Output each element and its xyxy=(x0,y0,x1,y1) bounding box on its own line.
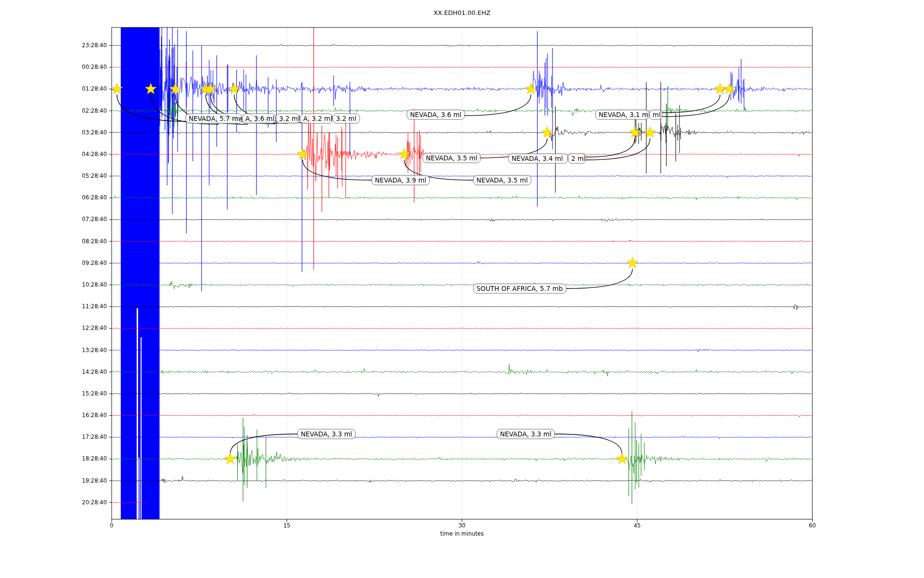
y-tick-label: 20:28:40 xyxy=(0,499,107,506)
event-star-marker xyxy=(169,83,181,94)
y-tick-label: 00:28:40 xyxy=(0,64,107,71)
annotation-connector-line xyxy=(303,160,372,180)
event-star-marker xyxy=(398,148,410,159)
event-star-marker xyxy=(541,127,553,138)
annotation-connector-line xyxy=(117,94,188,121)
y-tick-label: 02:28:40 xyxy=(0,107,107,115)
event-label-nevada-57-cluster: A, 3.6 ml xyxy=(242,114,276,124)
annotation-connector-line xyxy=(566,269,632,289)
y-tick-label: 06:28:40 xyxy=(0,194,107,201)
event-star-marker xyxy=(111,83,123,94)
y-tick-label: 18:28:40 xyxy=(0,455,107,462)
event-star-marker xyxy=(616,453,628,464)
annotation-connector-line xyxy=(662,94,720,113)
event-label-nevada-35a: NEVADA, 3.5 ml xyxy=(423,153,481,163)
annotation-connector-line xyxy=(230,434,297,454)
y-tick-label: 15:28:40 xyxy=(0,390,107,397)
event-star-marker xyxy=(644,127,656,138)
y-tick-label: 04:28:40 xyxy=(0,151,107,158)
y-tick-label: 13:28:40 xyxy=(0,347,107,354)
chart-title: XX.EDH01.00.EHZ xyxy=(0,9,924,16)
y-tick-label: 08:28:40 xyxy=(0,238,107,245)
event-label-nevada-57-cluster: NEVADA, 5.7 mw xyxy=(185,114,242,124)
event-label-nevada-57-cluster: 3.2 ml xyxy=(276,114,300,124)
event-label-nevada-34-cluster: NEVADA, 3.4 ml xyxy=(508,154,568,164)
event-label-nevada-33b: NEVADA, 3.3 ml xyxy=(497,429,555,439)
y-tick-label: 09:28:40 xyxy=(0,260,107,267)
y-tick-label: 01:28:40 xyxy=(0,85,107,92)
y-tick-label: 03:28:40 xyxy=(0,129,107,136)
event-star-marker xyxy=(629,127,641,138)
event-label-nevada-34-cluster: 2 ml xyxy=(568,154,586,164)
annotation-connector-line xyxy=(586,138,635,157)
x-tick-label: 60 xyxy=(809,522,816,529)
event-label-nevada-31-cluster: NEVADA, 3.1 ml xyxy=(595,110,649,120)
y-tick-label: 19:28:40 xyxy=(0,477,107,485)
event-star-marker xyxy=(714,83,726,94)
event-star-marker xyxy=(145,83,156,94)
y-tick-label: 17:28:40 xyxy=(0,434,107,441)
y-tick-label: 16:28:40 xyxy=(0,412,107,419)
event-label-nevada-57-cluster: A, 3.2 ml xyxy=(300,114,333,124)
x-tick-label: 15 xyxy=(283,522,291,529)
event-label-nevada-36: NEVADA, 3.6 ml xyxy=(407,110,465,120)
x-tick-label: 30 xyxy=(459,522,466,529)
x-tick-label: 0 xyxy=(110,522,113,529)
annotation-connector-line xyxy=(463,94,531,116)
x-tick-label: 45 xyxy=(634,522,641,529)
seismogram-figure: XX.EDH01.00.EHZ 23:28:4000:28:4001:28:40… xyxy=(0,0,924,578)
y-tick-label: 05:28:40 xyxy=(0,172,107,180)
y-tick-label: 23:28:40 xyxy=(0,42,107,49)
annotation-connector-line xyxy=(553,434,622,454)
y-tick-label: 11:28:40 xyxy=(0,303,107,310)
event-label-nevada-35b: NEVADA, 3.5 ml xyxy=(473,175,531,185)
y-tick-label: 12:28:40 xyxy=(0,325,107,332)
event-star-marker xyxy=(525,83,537,94)
event-overlay xyxy=(0,0,924,578)
event-star-marker xyxy=(724,83,735,94)
y-tick-label: 14:28:40 xyxy=(0,368,107,376)
event-label-nevada-57-cluster: 3.2 ml xyxy=(333,114,360,124)
x-axis-label: time in minutes xyxy=(0,530,924,537)
event-label-nevada-31-cluster: ml xyxy=(649,110,662,120)
event-star-marker xyxy=(229,83,240,94)
event-star-marker xyxy=(627,257,638,268)
y-tick-label: 10:28:40 xyxy=(0,281,107,289)
event-label-nevada-33a: NEVADA, 3.3 ml xyxy=(297,429,356,439)
event-label-nevada-39: NEVADA, 3.9 ml xyxy=(372,175,430,185)
y-tick-label: 07:28:40 xyxy=(0,216,107,223)
event-label-south-of-africa-57: SOUTH OF AFRICA, 5.7 mb xyxy=(473,284,566,294)
event-star-marker xyxy=(297,148,308,159)
event-star-marker xyxy=(224,453,236,464)
